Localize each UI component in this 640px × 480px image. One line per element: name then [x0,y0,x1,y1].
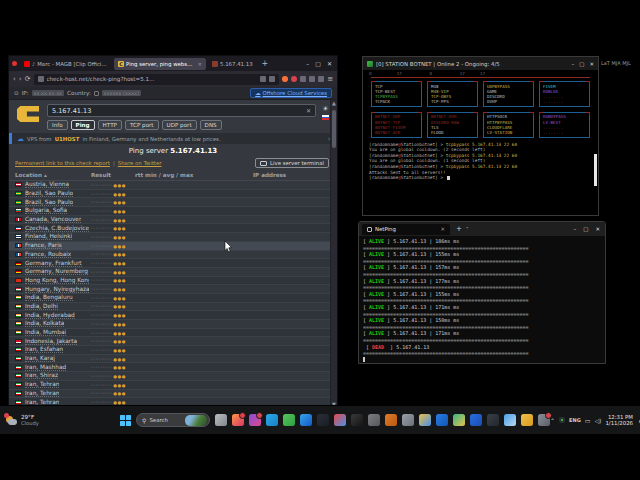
maximize-button[interactable]: ▢ [583,226,588,232]
photos-icon[interactable] [419,414,431,426]
location-link[interactable]: Hong Kong, Hong Kong [25,277,89,284]
scroll-up-icon[interactable]: ▲ [331,100,337,106]
location-link[interactable]: Iran, Tehran [25,390,59,397]
close-button[interactable]: ✕ [327,60,332,67]
tab-audio-icon[interactable]: ♪ [32,61,35,67]
share-icon[interactable] [269,76,275,82]
s-app-icon[interactable] [487,414,499,426]
library-icon[interactable] [318,76,324,82]
netping-tab[interactable]: NetPing ✕ [362,224,450,235]
new-tab-button[interactable]: + [456,225,462,233]
location-link[interactable]: Germany, Nuremberg [25,268,88,275]
profile-icon[interactable] [402,414,414,426]
location-link[interactable]: India, Mumbai [25,329,66,336]
location-link[interactable]: France, Roubaix [25,251,71,258]
location-link[interactable]: Brazil, Sao Paulo [25,199,73,206]
location-link[interactable]: Hungary, Nyiregyhaza [25,286,89,293]
taskbar-search[interactable]: ⚲ Search [136,413,210,427]
nav-dns-button[interactable]: DNS [200,120,222,130]
smallapp-icon[interactable] [368,414,380,426]
nav-udp-port-button[interactable]: UDP port [162,120,197,130]
location-link[interactable]: Indonesia, Jakarta [25,338,77,345]
display-icon[interactable]: ▭ [585,417,591,424]
nav-info-button[interactable]: Info [47,120,68,130]
location-link[interactable]: Iran, Karaj [25,355,55,362]
pictures-icon[interactable] [504,414,516,426]
location-link[interactable]: Iran, Tehran [25,381,59,388]
onedrive-icon[interactable] [436,414,448,426]
minimize-button[interactable]: – [573,226,576,232]
tab-ip[interactable]: 5.167.41.13 [208,58,257,70]
location-link[interactable]: France, Paris [25,242,62,249]
scrollbar-thumb[interactable] [332,110,336,148]
chatapp-icon[interactable] [453,414,465,426]
botnet-terminal-body[interactable]: O 17 O 17 17 TCPTCP-BESTTCPBYPASSTCPACKM… [363,70,598,215]
url-bar[interactable]: check-host.net/check-ping?host=5.1... [34,74,280,85]
notify-app-icon[interactable] [538,414,550,426]
downloads-icon[interactable] [300,76,306,82]
location-link[interactable]: Finland, Helsinki [25,233,72,240]
tab-close-icon[interactable]: ✕ [198,61,202,67]
tab-youtube[interactable]: ♪ Marc - MAGB [Clip Officiel] - Yo... [20,58,112,70]
language-flag-icon[interactable] [322,115,329,120]
edge-icon[interactable] [300,414,312,426]
nav-http-button[interactable]: HTTP [98,120,122,130]
permanent-link[interactable]: Permanent link to this check report [15,160,110,166]
location-link[interactable]: India, Hyderabad [25,312,75,319]
extension-red-icon[interactable] [291,76,297,82]
new-tab-button[interactable]: + [259,59,272,68]
location-link[interactable]: Canada, Vancouver [25,216,81,223]
minimize-button[interactable]: – [306,60,309,67]
telegram-icon[interactable] [266,414,278,426]
theme-toggle-icon[interactable]: ☀ [322,105,328,113]
location-link[interactable]: Brazil, Sao Paulo [25,190,73,197]
orangeapp-icon[interactable] [385,414,397,426]
netping-output[interactable]: [ ALIVE ] 5.167.41.13 | 186ms ms========… [359,236,605,364]
nav-ping-button[interactable]: Ping [71,120,95,130]
live-server-terminal-button[interactable]: Live server terminal [255,158,329,168]
vps-ad-banner[interactable]: ☁ VPS from U1HOST in Finland, Germany an… [9,133,337,144]
location-link[interactable]: India, Kolkata [25,320,64,327]
maximize-button[interactable]: ▢ [579,61,584,67]
clipchamp-icon[interactable] [249,414,261,426]
speaker-icon[interactable]: ◁) [594,417,601,424]
maximize-button[interactable]: ▢ [315,60,321,67]
extension-flame-icon[interactable] [282,76,288,82]
steam-icon[interactable] [317,414,329,426]
botnet-scrollbar-thumb[interactable] [594,154,597,186]
taskbar-clock[interactable]: 12:31 PM 1/11/2026 [605,414,633,427]
terminal-icon[interactable] [351,414,363,426]
host-input[interactable]: 5.167.41.13 ✕ [47,104,316,117]
location-link[interactable]: Bulgaria, Sofia [25,207,67,214]
location-link[interactable]: Austria, Vienna [25,181,69,188]
folder-icon[interactable] [521,414,533,426]
location-link[interactable]: Iran, Esfahan [25,346,63,353]
page-scrollbar[interactable]: ▲ ▼ [330,100,337,407]
country-checkbox[interactable] [94,91,99,96]
minimize-button[interactable]: – [571,61,574,67]
location-link[interactable]: Germany, Frankfurt [25,260,82,267]
diamond-icon[interactable] [334,414,346,426]
reader-mode-icon[interactable] [260,76,266,82]
column-location[interactable]: Location ▴ [15,172,91,178]
location-link[interactable]: Iran, Shiraz [25,372,58,379]
banner-brand-link[interactable]: U1HOST [55,136,80,142]
location-link[interactable]: Iran, Mashhad [25,364,66,371]
l-app-icon[interactable] [470,414,482,426]
chevron-down-icon[interactable]: ˅ [466,226,469,232]
account-icon[interactable] [309,76,315,82]
forward-button[interactable]: › [19,75,22,83]
tab-checkhost[interactable]: C Ping server, ping website : Chec... ✕ [114,58,206,70]
mic-in-use-icon[interactable] [559,417,565,423]
back-button[interactable]: ‹ [13,75,16,83]
nav-tcp-port-button[interactable]: TCP port [125,120,159,130]
weather-widget[interactable]: 29°F Cloudy [0,414,120,427]
checkhost-logo[interactable] [15,104,41,126]
clear-input-icon[interactable]: ✕ [306,107,311,114]
menu-icon[interactable]: ≡ [327,75,333,83]
start-button[interactable] [120,415,131,426]
firefox-icon[interactable] [232,414,244,426]
close-button[interactable]: ✕ [595,226,600,232]
location-link[interactable]: India, Bengaluru [25,294,73,301]
close-button[interactable]: ✕ [589,61,594,67]
